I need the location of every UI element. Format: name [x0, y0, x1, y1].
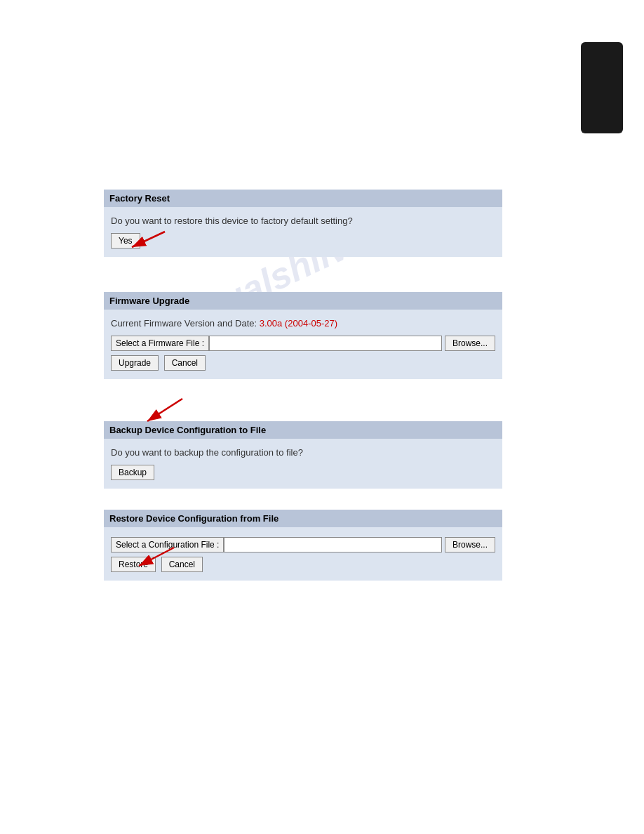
firmware-upgrade-section: Firmware Upgrade Current Firmware Versio… [104, 292, 502, 379]
firmware-file-input[interactable] [209, 336, 442, 351]
backup-description: Do you want to backup the configuration … [111, 444, 495, 461]
restore-cancel-button[interactable]: Cancel [161, 557, 203, 572]
restore-section: Restore Device Configuration from File S… [104, 510, 502, 581]
backup-header: Backup Device Configuration to File [104, 421, 502, 439]
restore-button[interactable]: Restore [111, 557, 156, 572]
factory-reset-description: Do you want to restore this device to fa… [111, 213, 495, 229]
backup-section: Backup Device Configuration to File Do y… [104, 421, 502, 489]
firmware-version-value: 3.00a (2004-05-27) [260, 318, 337, 329]
restore-file-input[interactable] [224, 537, 442, 552]
restore-file-row: Select a Configuration File : Browse... [111, 537, 495, 552]
firmware-file-row: Select a Firmware File : Browse... [111, 336, 495, 351]
factory-reset-header: Factory Reset [104, 190, 502, 207]
backup-button[interactable]: Backup [111, 465, 154, 480]
firmware-version-label: Current Firmware Version and Date: [111, 318, 257, 329]
firmware-version-row: Current Firmware Version and Date: 3.00a… [111, 315, 495, 331]
restore-header: Restore Device Configuration from File [104, 510, 502, 527]
firmware-browse-button[interactable]: Browse... [445, 336, 495, 351]
firmware-upgrade-button[interactable]: Upgrade [111, 355, 159, 371]
firmware-upgrade-header: Firmware Upgrade [104, 292, 502, 310]
decorative-block [581, 42, 623, 133]
restore-file-label: Select a Configuration File : [111, 537, 224, 552]
restore-browse-button[interactable]: Browse... [445, 537, 495, 552]
yes-button[interactable]: Yes [111, 233, 140, 249]
factory-reset-section: Factory Reset Do you want to restore thi… [104, 190, 502, 257]
firmware-file-label: Select a Firmware File : [111, 336, 209, 351]
firmware-cancel-button[interactable]: Cancel [164, 355, 206, 371]
